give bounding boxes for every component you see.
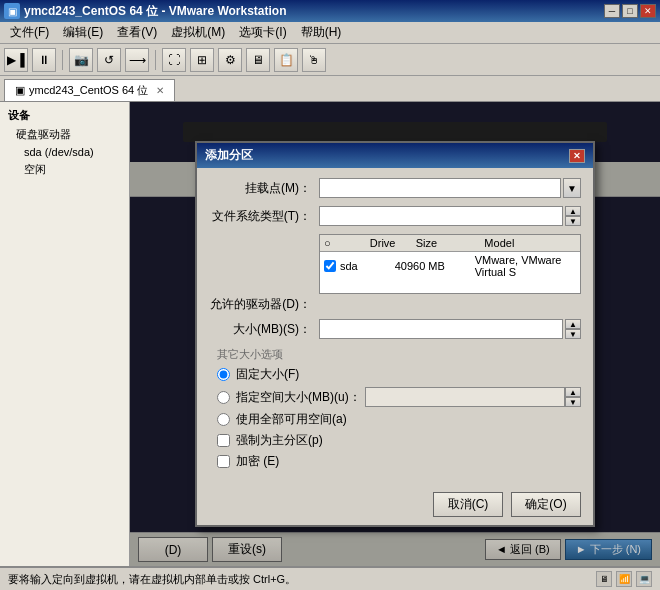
title-bar-controls: ─ □ ✕ [604, 4, 656, 18]
title-bar: ▣ ymcd243_CentOS 64 位 - VMware Workstati… [0, 0, 660, 22]
toolbar-sep-2 [155, 50, 156, 70]
menu-bar: 文件(F) 编辑(E) 查看(V) 虚拟机(M) 选项卡(I) 帮助(H) [0, 22, 660, 44]
ok-button[interactable]: 确定(O) [511, 492, 581, 517]
allowed-drives-label: 允许的驱动器(D)： [209, 296, 319, 313]
content-area: 设备 硬盘驱动器 sda (/dev/sda) 空闲 [0, 102, 660, 590]
drive-row-check-0[interactable] [324, 260, 336, 272]
drive-header-check: ○ [324, 237, 370, 249]
toolbar-unity[interactable]: ⊞ [190, 48, 214, 72]
fs-type-down[interactable]: ▼ [565, 216, 581, 226]
fs-type-spinner: ▲ ▼ [565, 206, 581, 226]
specify-spinner: ▲ ▼ [565, 387, 581, 407]
checkbox-encrypt[interactable] [217, 455, 230, 468]
toolbar-more2[interactable]: 📋 [274, 48, 298, 72]
dialog-buttons: 取消(C) 确定(O) [197, 484, 593, 525]
maximize-button[interactable]: □ [622, 4, 638, 18]
toolbar-snapshot[interactable]: 📷 [69, 48, 93, 72]
specify-down[interactable]: ▼ [565, 397, 581, 407]
toolbar-revert[interactable]: ↺ [97, 48, 121, 72]
toolbar-prefs[interactable]: ⚙ [218, 48, 242, 72]
status-icon-device: 💻 [636, 571, 652, 587]
toolbar-fullscreen[interactable]: ⛶ [162, 48, 186, 72]
drive-list-header: ○ Drive Size Model [320, 235, 580, 252]
size-label: 大小(MB)(S)： [209, 321, 319, 338]
drive-row-model-0: VMware, VMware Virtual S [475, 254, 576, 278]
tab-close-icon[interactable]: ✕ [156, 85, 164, 96]
status-bar: 要将输入定向到虚拟机，请在虚拟机内部单击或按 Ctrl+G。 🖥 📶 💻 [0, 566, 660, 590]
tab-bar: ▣ ymcd243_CentOS 64 位 ✕ [0, 76, 660, 102]
fs-type-input[interactable]: ext4 [319, 206, 563, 226]
sidebar: 设备 硬盘驱动器 sda (/dev/sda) 空闲 [0, 102, 130, 566]
specify-up[interactable]: ▲ [565, 387, 581, 397]
status-icon-monitor: 🖥 [596, 571, 612, 587]
form-row-mount: 挂载点(M)： ▼ [209, 178, 581, 198]
menu-tabs[interactable]: 选项卡(I) [233, 22, 292, 43]
sidebar-item-sda[interactable]: sda (/dev/sda) [4, 144, 125, 160]
force-primary-label[interactable]: 强制为主分区(p) [236, 432, 323, 449]
radio-row-all: 使用全部可用空间(a) [209, 411, 581, 428]
radio-use-all-label[interactable]: 使用全部可用空间(a) [236, 411, 347, 428]
drive-header-model: Model [484, 237, 576, 249]
menu-vm[interactable]: 虚拟机(M) [165, 22, 231, 43]
radio-row-fixed: 固定大小(F) [209, 366, 581, 383]
size-input[interactable]: 200 [319, 319, 563, 339]
sidebar-item-free[interactable]: 空闲 [4, 160, 125, 179]
form-row-drives-label: ○ Drive Size Model sda 40 [209, 234, 581, 294]
radio-use-all[interactable] [217, 413, 230, 426]
sidebar-devices-title: 设备 [4, 106, 125, 125]
status-text: 要将输入定向到虚拟机，请在虚拟机内部单击或按 Ctrl+G。 [8, 572, 296, 587]
specify-value-input[interactable]: 1 [365, 387, 565, 407]
form-row-size: 大小(MB)(S)： 200 ▲ ▼ [209, 319, 581, 339]
mount-point-control: ▼ [319, 178, 581, 198]
toolbar-pause[interactable]: ⏸ [32, 48, 56, 72]
other-size-header: 其它大小选项 [209, 347, 581, 362]
checkbox-row-primary: 强制为主分区(p) [209, 432, 581, 449]
title-bar-text: ymcd243_CentOS 64 位 - VMware Workstation [24, 3, 287, 20]
size-control: 200 ▲ ▼ [319, 319, 581, 339]
tab-vm-icon: ▣ [15, 84, 25, 97]
radio-row-specify: 指定空间大小(MB)(u)： 1 ▲ ▼ [209, 387, 581, 407]
toolbar: ▶▐ ⏸ 📷 ↺ ⟶ ⛶ ⊞ ⚙ 🖥 📋 🖱 [0, 44, 660, 76]
drive-row-drive-0: sda [340, 260, 391, 272]
size-down[interactable]: ▼ [565, 329, 581, 339]
menu-help[interactable]: 帮助(H) [295, 22, 348, 43]
status-icon-network: 📶 [616, 571, 632, 587]
menu-file[interactable]: 文件(F) [4, 22, 55, 43]
drive-header-size: Size [416, 237, 485, 249]
mount-point-label: 挂载点(M)： [209, 180, 319, 197]
app-icon: ▣ [4, 3, 20, 19]
mount-point-dropdown[interactable]: ▼ [563, 178, 581, 198]
sidebar-item-hdd[interactable]: 硬盘驱动器 [4, 125, 125, 144]
fs-type-up[interactable]: ▲ [565, 206, 581, 216]
menu-view[interactable]: 查看(V) [111, 22, 163, 43]
checkbox-force-primary[interactable] [217, 434, 230, 447]
tab-vm[interactable]: ▣ ymcd243_CentOS 64 位 ✕ [4, 79, 175, 101]
sidebar-item-free-label: 空闲 [24, 163, 46, 175]
dialog-body: 挂载点(M)： ▼ 文件系统类型(T)： ext4 [197, 168, 593, 484]
radio-specify-label[interactable]: 指定空间大小(MB)(u)： [236, 389, 361, 406]
toolbar-more1[interactable]: 🖥 [246, 48, 270, 72]
close-button[interactable]: ✕ [640, 4, 656, 18]
radio-fixed-label[interactable]: 固定大小(F) [236, 366, 299, 383]
toolbar-more3[interactable]: 🖱 [302, 48, 326, 72]
tab-vm-label: ymcd243_CentOS 64 位 [29, 83, 148, 98]
minimize-button[interactable]: ─ [604, 4, 620, 18]
sidebar-item-sda-label: sda (/dev/sda) [24, 146, 94, 158]
fs-type-control: ext4 ▲ ▼ [319, 206, 581, 226]
drive-list-container: ○ Drive Size Model sda 40 [319, 234, 581, 294]
menu-edit[interactable]: 编辑(E) [57, 22, 109, 43]
mount-point-input[interactable] [319, 178, 561, 198]
toolbar-send[interactable]: ⟶ [125, 48, 149, 72]
dialog-title-bar: 添加分区 ✕ [197, 143, 593, 168]
dialog-title-text: 添加分区 [205, 147, 253, 164]
toolbar-power[interactable]: ▶▐ [4, 48, 28, 72]
size-up[interactable]: ▲ [565, 319, 581, 329]
dialog-close-button[interactable]: ✕ [569, 149, 585, 163]
radio-specify-size[interactable] [217, 391, 230, 404]
drive-list-row-0[interactable]: sda 40960 MB VMware, VMware Virtual S [320, 252, 580, 280]
encrypt-label[interactable]: 加密 (E) [236, 453, 279, 470]
status-icons: 🖥 📶 💻 [596, 571, 652, 587]
sidebar-section-devices: 设备 硬盘驱动器 sda (/dev/sda) 空闲 [4, 106, 125, 179]
cancel-button[interactable]: 取消(C) [433, 492, 503, 517]
radio-fixed-size[interactable] [217, 368, 230, 381]
